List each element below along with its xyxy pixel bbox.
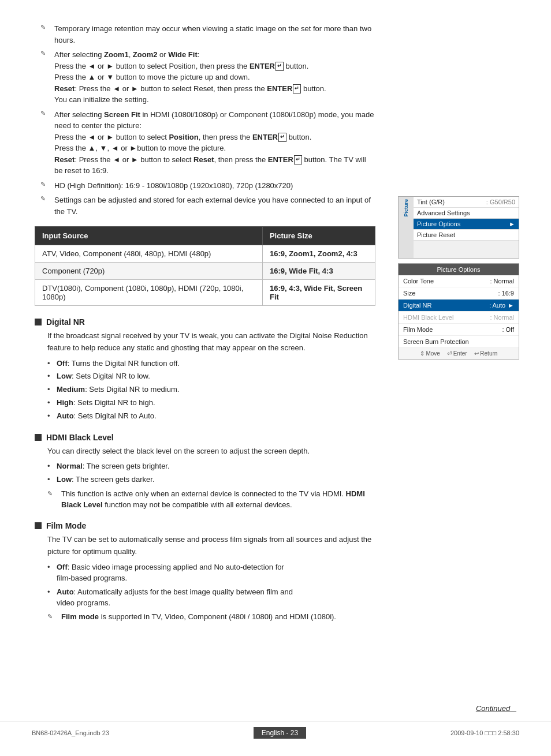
hdmi-bullet-normal: • Normal: The screen gets brighter. bbox=[47, 461, 375, 473]
note3-line3: Reset: Press the ◄ or ► button to select… bbox=[54, 154, 375, 177]
menu-label-tint: Tint (G/R) bbox=[417, 199, 486, 205]
digital-nr-bullet-high: • High: Sets Digital NR to high. bbox=[47, 397, 375, 409]
section-hdmi-heading: HDMI Black Level bbox=[35, 433, 375, 442]
bullet-icon: • bbox=[47, 358, 57, 370]
table-row-3: DTV(1080i), Component (1080i, 1080p), HD… bbox=[35, 280, 375, 306]
menu-label-picture-reset: Picture Reset bbox=[417, 231, 515, 238]
menu-row-picture-options: Picture Options ► bbox=[414, 219, 519, 230]
footer-center: English - 23 bbox=[254, 727, 306, 739]
note-icon-4: ✎ bbox=[40, 181, 51, 188]
nav-enter: ⏎ Enter bbox=[447, 350, 467, 357]
tv-menu-screenshots: Picture Tint (G/R) : G50/R50 Advanced Se… bbox=[398, 196, 519, 360]
film-auto-text: Auto: Automatically adjusts for the best… bbox=[57, 586, 375, 609]
footer-right: 2009-09-10 □□□ 2:58:30 bbox=[451, 729, 519, 736]
nav-move: ⇕ Move bbox=[420, 350, 440, 357]
value-color-tone: : Normal bbox=[490, 278, 514, 285]
bottom-row-screen-burn: Screen Burn Protection bbox=[399, 336, 519, 348]
bullet-text-auto: Auto: Sets Digital NR to Auto. bbox=[57, 410, 375, 422]
label-hdmi-black: HDMI Black Level bbox=[403, 314, 453, 321]
table-header-source: Input Source bbox=[35, 227, 263, 245]
note-icon-2: ✎ bbox=[40, 50, 51, 57]
bottom-row-film-mode: Film Mode : Off bbox=[399, 324, 519, 336]
bullet-icon: • bbox=[47, 410, 57, 422]
value-film-mode: : Off bbox=[502, 326, 514, 333]
note2-line2: Press the ▲ or ▼ button to move the pict… bbox=[54, 72, 375, 83]
table-cell-source-3: DTV(1080i), Component (1080i, 1080p), HD… bbox=[35, 280, 263, 306]
note3-line2: Press the ▲, ▼, ◄ or ►button to move the… bbox=[54, 143, 375, 154]
menu-arrow-picture-options: ► bbox=[509, 220, 515, 227]
film-off-text: Off: Basic video image processing applie… bbox=[57, 562, 375, 584]
hdmi-bullet-low: • Low: The screen gets darker. bbox=[47, 474, 375, 486]
value-hdmi-black: : Normal bbox=[490, 314, 514, 321]
table-cell-source-2: Component (720p) bbox=[35, 263, 263, 280]
note2-line4: You can initialize the setting. bbox=[54, 94, 375, 106]
digital-nr-intro: If the broadcast signal received by your… bbox=[47, 330, 375, 354]
continued-text: Continued _ bbox=[476, 704, 516, 713]
picture-options-title: Picture Options bbox=[399, 264, 519, 275]
bullet-icon: • bbox=[47, 586, 57, 609]
section-digital-nr-heading: Digital NR bbox=[35, 317, 375, 327]
menu-row-tint: Tint (G/R) : G50/R50 bbox=[414, 197, 519, 208]
note-4: ✎ HD (High Definition): 16:9 - 1080i/108… bbox=[35, 180, 375, 192]
note-text-1: Temporary image retention may occur when… bbox=[54, 23, 375, 46]
square-icon-digital-nr bbox=[35, 319, 42, 325]
bullet-icon: • bbox=[47, 370, 57, 383]
film-bullet-auto: • Auto: Automatically adjusts for the be… bbox=[47, 586, 375, 609]
bullet-text-off: Off: Turns the Digital NR function off. bbox=[57, 358, 375, 370]
tv-menu-top: Picture Tint (G/R) : G50/R50 Advanced Se… bbox=[398, 196, 519, 259]
tv-menu-bottom: Picture Options Color Tone : Normal Size… bbox=[398, 263, 519, 360]
menu-label-advanced: Advanced Settings bbox=[417, 209, 515, 216]
film-intro: The TV can be set to automatically sense… bbox=[47, 534, 375, 558]
hdmi-note: ✎ This function is active only when an e… bbox=[47, 488, 375, 511]
note2-line3: Reset: Press the ◄ or ► button to select… bbox=[54, 83, 375, 95]
table-cell-size-2: 16:9, Wide Fit, 4:3 bbox=[262, 263, 375, 280]
table-row-2: Component (720p) 16:9, Wide Fit, 4:3 bbox=[35, 263, 375, 280]
hdmi-title: HDMI Black Level bbox=[46, 433, 114, 442]
note-text-4: HD (High Definition): 16:9 - 1080i/1080p… bbox=[54, 180, 375, 192]
note-icon-1: ✎ bbox=[40, 24, 51, 31]
bullet-icon: • bbox=[47, 461, 57, 473]
menu-row-advanced: Advanced Settings bbox=[414, 208, 519, 219]
note-icon-3: ✎ bbox=[40, 110, 51, 117]
menu-label-picture-options: Picture Options bbox=[417, 220, 509, 227]
bottom-row-color-tone: Color Tone : Normal bbox=[399, 275, 519, 287]
bullet-icon: • bbox=[47, 474, 57, 486]
table-row-1: ATV, Video, Component (480i, 480p), HDMI… bbox=[35, 245, 375, 263]
bullet-icon: • bbox=[47, 562, 57, 584]
note-icon-5: ✎ bbox=[40, 195, 51, 203]
hdmi-intro: You can directly select the black level … bbox=[47, 446, 375, 458]
hdmi-note-text: This function is active only when an ext… bbox=[61, 488, 375, 511]
section-film-heading: Film Mode bbox=[35, 521, 375, 530]
note-2: ✎ After selecting Zoom1, Zoom2 or Wide F… bbox=[35, 49, 375, 106]
bottom-row-size: Size : 16:9 bbox=[399, 287, 519, 300]
nav-return: ↩ Return bbox=[474, 350, 498, 357]
input-source-table: Input Source Picture Size ATV, Video, Co… bbox=[35, 226, 375, 306]
arrow-digital-nr: ► bbox=[508, 302, 514, 309]
note-3: ✎ After selecting Screen Fit in HDMI (10… bbox=[35, 109, 375, 177]
page-footer: BN68-02426A_Eng.indb 23 English - 23 200… bbox=[0, 721, 551, 739]
film-note-text: Film mode is supported in TV, Video, Com… bbox=[61, 611, 375, 623]
note-1: ✎ Temporary image retention may occur wh… bbox=[35, 23, 375, 46]
table-cell-size-1: 16:9, Zoom1, Zoom2, 4:3 bbox=[262, 245, 375, 263]
bullet-text-high: High: Sets Digital NR to high. bbox=[57, 397, 375, 409]
bullet-icon: • bbox=[47, 397, 57, 409]
hdmi-body: You can directly select the black level … bbox=[35, 446, 375, 511]
digital-nr-body: If the broadcast signal received by your… bbox=[35, 330, 375, 422]
label-film-mode: Film Mode bbox=[403, 326, 433, 333]
bullet-icon: • bbox=[47, 384, 57, 396]
bullet-text-low: Low: Sets Digital NR to low. bbox=[57, 370, 375, 383]
hdmi-note-icon: ✎ bbox=[47, 489, 58, 499]
digital-nr-bullet-off: • Off: Turns the Digital NR function off… bbox=[47, 358, 375, 370]
bottom-row-hdmi-black: HDMI Black Level : Normal bbox=[399, 312, 519, 324]
table-header-size: Picture Size bbox=[262, 227, 375, 245]
bullet-text-medium: Medium: Sets Digital NR to medium. bbox=[57, 384, 375, 396]
table-cell-source-1: ATV, Video, Component (480i, 480p), HDMI… bbox=[35, 245, 263, 263]
film-note-icon: ✎ bbox=[47, 612, 58, 622]
value-size: : 16:9 bbox=[498, 290, 514, 297]
note-text-3: After selecting Screen Fit in HDMI (1080… bbox=[54, 109, 375, 177]
film-body: The TV can be set to automatically sense… bbox=[35, 534, 375, 622]
film-title: Film Mode bbox=[46, 521, 86, 530]
menu-value-tint: : G50/R50 bbox=[486, 199, 515, 205]
film-note: ✎ Film mode is supported in TV, Video, C… bbox=[47, 611, 375, 623]
note2-line1: Press the ◄ or ► button to select Positi… bbox=[54, 61, 375, 72]
